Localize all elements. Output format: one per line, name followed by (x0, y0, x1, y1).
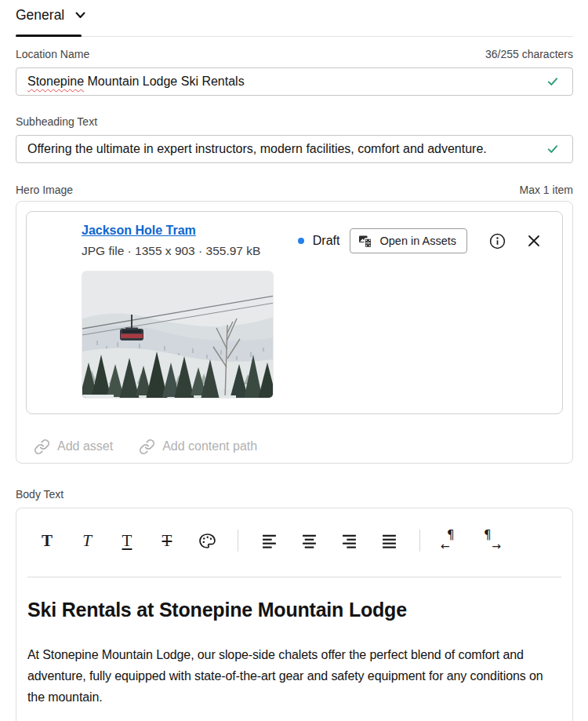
rte-heading[interactable]: Ski Rentals at Stonepine Mountain Lodge (27, 599, 561, 621)
location-name-input[interactable]: Stonepine Mountain Lodge Ski Rentals (16, 67, 573, 96)
asset-meta: JPG file · 1355 x 903 · 355.97 kB (82, 244, 260, 258)
body-text-header: Body Text (16, 488, 573, 501)
chevron-down-icon (75, 12, 85, 19)
text-direction-rtl-button[interactable]: ¶→ (479, 529, 503, 552)
palette-icon (198, 532, 216, 550)
subheading-value: Offering the ultimate in expert instruct… (27, 142, 487, 156)
asset-title-link[interactable]: Jackson Hole Tram (82, 224, 196, 237)
subheading-input[interactable]: Offering the ultimate in expert instruct… (16, 135, 573, 163)
link-icon (139, 439, 155, 455)
italic-button[interactable]: T (75, 529, 99, 552)
toolbar-divider (419, 530, 420, 552)
align-right-button[interactable] (337, 529, 361, 552)
info-button[interactable] (488, 232, 506, 250)
assets-icon (358, 234, 373, 249)
subheading-header: Subheading Text (16, 115, 573, 128)
draft-status-label: Draft (313, 234, 340, 248)
align-left-icon (261, 533, 278, 549)
rte-toolbar-divider (27, 577, 561, 577)
asset-card-header: Jackson Hole Tram JPG file · 1355 x 903 … (82, 224, 550, 258)
content-fragment-editor: General Location Name 36/255 characters … (0, 5, 588, 721)
body-text-label: Body Text (16, 488, 64, 501)
misspelled-word: Stonepine (27, 75, 84, 88)
rte-paragraph[interactable]: At Stonepine Mountain Lodge, our slope-s… (27, 644, 561, 708)
tab-active-indicator (16, 35, 82, 37)
location-name-label: Location Name (16, 48, 89, 60)
remove-asset-button[interactable] (527, 234, 541, 248)
add-asset-label: Add asset (57, 439, 113, 453)
align-center-button[interactable] (297, 529, 321, 552)
text-color-button[interactable] (195, 529, 219, 552)
asset-card: Jackson Hole Tram JPG file · 1355 x 903 … (26, 211, 563, 414)
location-name-value: Stonepine Mountain Lodge Ski Rentals (27, 75, 245, 89)
align-center-icon (301, 533, 318, 549)
tab-rule-line (16, 36, 573, 37)
section-selector-label: General (16, 7, 64, 24)
rich-text-editor: T T T T (16, 508, 573, 721)
location-name-header: Location Name 36/255 characters (16, 48, 573, 60)
location-name-char-counter: 36/255 characters (485, 48, 573, 60)
hero-image-container: Jackson Hole Tram JPG file · 1355 x 903 … (16, 201, 573, 464)
info-icon (488, 232, 506, 250)
underline-button[interactable]: T (115, 529, 139, 552)
valid-checkmark-icon (546, 75, 559, 88)
asset-info: Jackson Hole Tram JPG file · 1355 x 903 … (82, 224, 260, 258)
text-direction-ltr-button[interactable]: ¶← (439, 529, 463, 552)
asset-card-controls: Draft (298, 228, 550, 253)
link-icon (34, 439, 50, 455)
rte-toolbar: T T T T (16, 508, 572, 552)
align-justify-icon (381, 533, 397, 549)
valid-checkmark-icon (546, 143, 559, 155)
add-asset-button[interactable]: Add asset (34, 439, 113, 455)
toolbar-divider (238, 530, 238, 552)
bold-button[interactable]: T (35, 529, 59, 552)
ltr-icon: ¶← (441, 530, 461, 551)
rtl-icon: ¶→ (481, 530, 501, 551)
draft-status-dot (298, 238, 304, 244)
align-left-button[interactable] (257, 529, 281, 552)
align-justify-button[interactable] (377, 529, 401, 552)
open-in-assets-label: Open in Assets (379, 235, 456, 247)
hero-image-header: Hero Image Max 1 item (16, 184, 573, 196)
align-right-icon (341, 533, 358, 549)
add-content-path-label: Add content path (162, 439, 257, 453)
section-selector[interactable]: General (16, 5, 573, 24)
strikethrough-button[interactable]: T (155, 529, 179, 552)
hero-image-label: Hero Image (16, 184, 73, 196)
add-content-path-button[interactable]: Add content path (139, 439, 257, 455)
subheading-label: Subheading Text (16, 115, 97, 128)
location-name-value-rest: Mountain Lodge Ski Rentals (84, 75, 245, 88)
hero-image-limit: Max 1 item (520, 184, 573, 196)
asset-thumbnail[interactable] (82, 271, 274, 399)
tram-photo-illustration (82, 271, 274, 399)
tab-indicator (16, 35, 573, 37)
close-icon (527, 234, 541, 248)
asset-actions: Add asset Add content path (34, 430, 563, 463)
open-in-assets-button[interactable]: Open in Assets (350, 228, 467, 253)
